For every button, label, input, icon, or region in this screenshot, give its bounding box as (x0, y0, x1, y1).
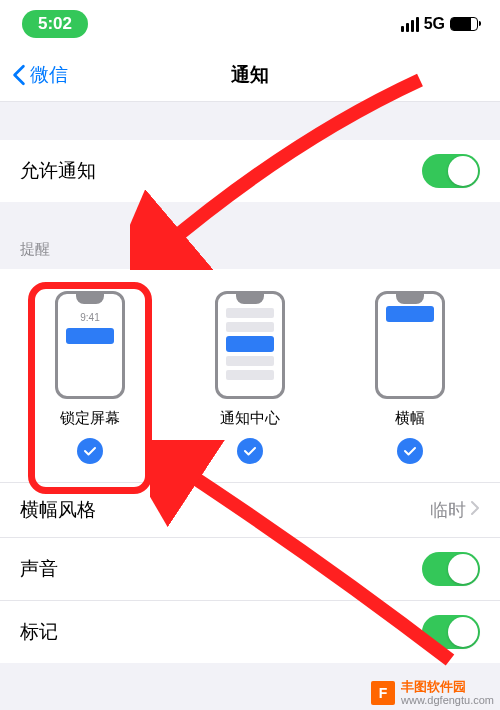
back-label: 微信 (30, 62, 68, 88)
banner-preview-icon (375, 291, 445, 399)
check-icon (242, 443, 258, 459)
badge-toggle[interactable] (422, 615, 480, 649)
sound-label: 声音 (20, 556, 58, 582)
sound-toggle[interactable] (422, 552, 480, 586)
allow-notifications-label: 允许通知 (20, 158, 96, 184)
chevron-left-icon (12, 64, 26, 86)
notification-center-label: 通知中心 (220, 409, 280, 428)
alert-item-notification-center[interactable]: 通知中心 (215, 291, 285, 464)
banner-style-label: 横幅风格 (20, 497, 96, 523)
allow-notifications-row[interactable]: 允许通知 (0, 140, 500, 202)
alert-item-banner[interactable]: 横幅 (375, 291, 445, 464)
check-icon (82, 443, 98, 459)
network-label: 5G (424, 15, 445, 33)
watermark-logo-icon: F (371, 681, 395, 705)
sound-row[interactable]: 声音 (0, 537, 500, 600)
check-icon (402, 443, 418, 459)
chevron-right-icon (470, 500, 480, 521)
badge-row[interactable]: 标记 (0, 600, 500, 663)
nav-bar: 微信 通知 (0, 48, 500, 102)
lockscreen-label: 锁定屏幕 (60, 409, 120, 428)
back-button[interactable]: 微信 (0, 62, 68, 88)
alerts-grid: 9:41 锁定屏幕 通知中心 (0, 269, 500, 482)
alerts-section-header: 提醒 (0, 240, 500, 269)
banner-style-row[interactable]: 横幅风格 临时 (0, 482, 500, 537)
banner-check[interactable] (397, 438, 423, 464)
watermark: F 丰图软件园 www.dgfengtu.com (371, 680, 494, 706)
battery-icon (450, 17, 478, 31)
watermark-url: www.dgfengtu.com (401, 694, 494, 706)
page-title: 通知 (0, 62, 500, 88)
notification-center-check[interactable] (237, 438, 263, 464)
status-right: 5G (401, 15, 478, 33)
notification-center-preview-icon (215, 291, 285, 399)
lockscreen-check[interactable] (77, 438, 103, 464)
watermark-title: 丰图软件园 (401, 680, 494, 694)
alert-item-lockscreen[interactable]: 9:41 锁定屏幕 (55, 291, 125, 464)
status-time: 5:02 (22, 10, 88, 38)
alerts-card: 9:41 锁定屏幕 通知中心 (0, 269, 500, 663)
banner-label: 横幅 (395, 409, 425, 428)
signal-icon (401, 17, 419, 32)
allow-notifications-card: 允许通知 (0, 140, 500, 202)
status-bar: 5:02 5G (0, 0, 500, 48)
lockscreen-preview-icon: 9:41 (55, 291, 125, 399)
banner-style-value: 临时 (430, 498, 466, 522)
allow-notifications-toggle[interactable] (422, 154, 480, 188)
badge-label: 标记 (20, 619, 58, 645)
